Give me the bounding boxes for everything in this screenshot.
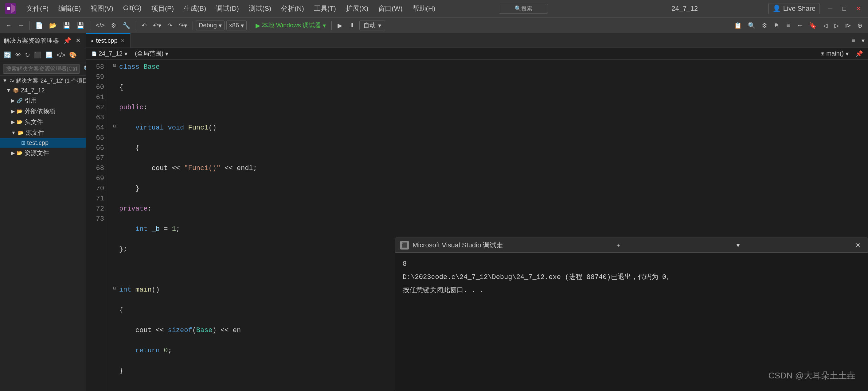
extra-btn-4[interactable]: 🖱 bbox=[771, 21, 782, 30]
fold-58[interactable]: ⊟ bbox=[113, 62, 119, 69]
redo-button[interactable]: ↷ bbox=[165, 21, 175, 30]
code-view-button[interactable]: </> bbox=[93, 21, 107, 30]
tab-options[interactable]: ▾ bbox=[858, 36, 868, 45]
fold-61[interactable]: ⊟ bbox=[113, 123, 119, 130]
line-num-62: 62 bbox=[86, 102, 104, 112]
menu-extensions[interactable]: 扩展(X) bbox=[342, 3, 373, 14]
tree-item-headers[interactable]: ▶ 📂 头文件 bbox=[0, 117, 86, 127]
scope-pin-button[interactable]: 📌 bbox=[853, 49, 866, 59]
run-mode-dropdown[interactable]: 自动 ▾ bbox=[359, 21, 385, 30]
minimize-button[interactable]: ─ bbox=[826, 4, 835, 13]
debug-config-dropdown[interactable]: Debug ▾ bbox=[196, 21, 224, 30]
resources-icon: 📂 bbox=[17, 150, 23, 156]
forward-button[interactable]: → bbox=[16, 21, 26, 30]
tab-close-button[interactable]: ✕ bbox=[120, 37, 125, 44]
live-share-icon: 👤 bbox=[773, 5, 781, 12]
menu-project[interactable]: 项目(P) bbox=[147, 3, 178, 14]
scope-func-label: main() bbox=[826, 50, 844, 57]
collapse-icon[interactable]: ⬛ bbox=[33, 50, 43, 60]
menu-help[interactable]: 帮助(H) bbox=[408, 3, 440, 14]
menu-git[interactable]: Git(G) bbox=[119, 3, 146, 14]
sidebar-search-input[interactable] bbox=[3, 64, 80, 74]
platform-dropdown[interactable]: x86 ▾ bbox=[226, 21, 247, 30]
designer-icon[interactable]: 🎨 bbox=[68, 50, 78, 60]
nav-btn-prev[interactable]: ◁ bbox=[820, 21, 830, 30]
extra-btn-3[interactable]: ⚙ bbox=[759, 21, 770, 30]
title-bar: 文件(F) 编辑(E) 视图(V) Git(G) 项目(P) 生成(B) 调试(… bbox=[0, 0, 868, 17]
menu-analyze[interactable]: 分析(N) bbox=[277, 3, 308, 14]
tree-item-resources[interactable]: ▶ 📂 资源文件 bbox=[0, 148, 86, 158]
nav-btn-3[interactable]: ⧐ bbox=[842, 21, 854, 30]
undo-button[interactable]: ↶ bbox=[139, 21, 149, 30]
tree-item-project[interactable]: ▼ 📦 24_7_12 bbox=[0, 86, 86, 95]
scope-global-dropdown[interactable]: (全局范围) ▾ bbox=[132, 48, 172, 59]
redo-history-button[interactable]: ↷▾ bbox=[176, 21, 189, 30]
scope-func-dropdown[interactable]: ⊞ main() ▾ bbox=[817, 49, 852, 59]
extra-btn-1[interactable]: 📋 bbox=[732, 21, 744, 30]
app-logo bbox=[5, 3, 16, 14]
menu-build[interactable]: 生成(B) bbox=[179, 3, 210, 14]
maximize-button[interactable]: □ bbox=[840, 4, 849, 13]
bookmark-button[interactable]: 🔖 bbox=[807, 21, 819, 30]
menu-view[interactable]: 视图(V) bbox=[86, 3, 117, 14]
tree-label-references: 引用 bbox=[25, 96, 37, 105]
extra-btn-2[interactable]: 🔍 bbox=[745, 21, 758, 30]
undo-history-button[interactable]: ↶▾ bbox=[151, 21, 164, 30]
console-close[interactable]: ✕ bbox=[853, 240, 863, 250]
editor-tabs: ● test.cpp ✕ ≡ ▾ bbox=[86, 33, 868, 48]
menu-debug[interactable]: 调试(D) bbox=[212, 3, 243, 14]
extra-btn-5[interactable]: ≡ bbox=[783, 21, 793, 30]
menu-window[interactable]: 窗口(W) bbox=[374, 3, 407, 14]
toolbar-sep-5 bbox=[250, 21, 250, 30]
menu-edit[interactable]: 编辑(E) bbox=[54, 3, 85, 14]
sync-icon[interactable]: 🔄 bbox=[2, 50, 12, 60]
console-window: ⬛ Microsoft Visual Studio 调试走 ＋ ▾ ✕ 8 D:… bbox=[395, 237, 868, 391]
console-add-tab[interactable]: ＋ bbox=[613, 240, 623, 250]
toolbar-nav-group: ← → bbox=[3, 21, 26, 30]
open-button[interactable]: 📂 bbox=[47, 21, 59, 30]
nav-btn-next[interactable]: ▷ bbox=[832, 21, 841, 30]
scope-global-label: (全局范围) bbox=[135, 50, 163, 58]
sidebar-pin-button[interactable]: 📌 bbox=[62, 36, 72, 45]
code-view-icon[interactable]: </> bbox=[55, 50, 67, 60]
console-dropdown[interactable]: ▾ bbox=[733, 240, 743, 250]
line-num-64: 64 bbox=[86, 123, 104, 133]
live-share-button[interactable]: 👤 Live Share bbox=[769, 3, 819, 14]
tree-item-test-cpp[interactable]: ▶ ⊞ test.cpp bbox=[0, 138, 86, 148]
console-output-3: D:\2023code.c\24_7_12\Debug\24_7_12.exe … bbox=[403, 272, 860, 283]
sidebar-title: 解决方案资源管理器 bbox=[4, 36, 59, 45]
menu-test[interactable]: 测试(S) bbox=[245, 3, 276, 14]
settings-button[interactable]: ⚙ bbox=[108, 21, 119, 30]
run-button-2[interactable]: ▶ bbox=[335, 21, 345, 30]
start-debug-button[interactable]: ▶ 本地 Windows 调试器 ▾ bbox=[253, 20, 328, 31]
prop-pages-icon[interactable]: 📃 bbox=[44, 50, 54, 60]
sidebar-close-button[interactable]: ✕ bbox=[74, 36, 82, 45]
tree-item-sources[interactable]: ▼ 📂 源文件 bbox=[0, 127, 86, 138]
tab-test-cpp[interactable]: ● test.cpp ✕ bbox=[86, 33, 130, 47]
search-box[interactable]: 🔍 搜索 bbox=[499, 4, 548, 13]
extra-btn-6[interactable]: ↔ bbox=[794, 21, 805, 30]
console-titlebar: ⬛ Microsoft Visual Studio 调试走 ＋ ▾ ✕ bbox=[395, 238, 868, 253]
menu-tools[interactable]: 工具(T) bbox=[310, 3, 340, 14]
tab-scroll-right[interactable]: ≡ bbox=[848, 36, 858, 45]
back-button[interactable]: ← bbox=[3, 21, 14, 30]
show-all-icon[interactable]: 👁 bbox=[14, 50, 23, 60]
scope-file-dropdown[interactable]: 📄 24_7_12 ▾ bbox=[89, 49, 130, 59]
tree-item-references[interactable]: ▶ 🔗 引用 bbox=[0, 95, 86, 106]
line-num-61: 61 bbox=[86, 92, 104, 102]
refresh-icon[interactable]: ↻ bbox=[24, 50, 31, 60]
fold-70 bbox=[113, 305, 119, 313]
menu-file[interactable]: 文件(F) bbox=[22, 3, 53, 14]
pause-button[interactable]: ⏸ bbox=[346, 21, 358, 30]
save-all-button[interactable]: 💾 bbox=[74, 21, 87, 30]
tree-item-solution[interactable]: ▼ 🗂 解决方案 '24_7_12' (1 个项目，共 1 个 bbox=[0, 76, 86, 86]
fold-59 bbox=[113, 82, 119, 90]
fold-69[interactable]: ⊟ bbox=[113, 285, 119, 292]
tree-item-ext-deps[interactable]: ▶ 📂 外部依赖项 bbox=[0, 106, 86, 117]
save-button[interactable]: 💾 bbox=[61, 21, 73, 30]
nav-btn-4[interactable]: ⊕ bbox=[855, 21, 865, 30]
new-file-button[interactable]: 📄 bbox=[33, 21, 45, 30]
close-button[interactable]: ✕ bbox=[854, 4, 863, 13]
solution-icon: 🗂 bbox=[9, 78, 14, 84]
tools-button[interactable]: 🔧 bbox=[120, 21, 133, 30]
